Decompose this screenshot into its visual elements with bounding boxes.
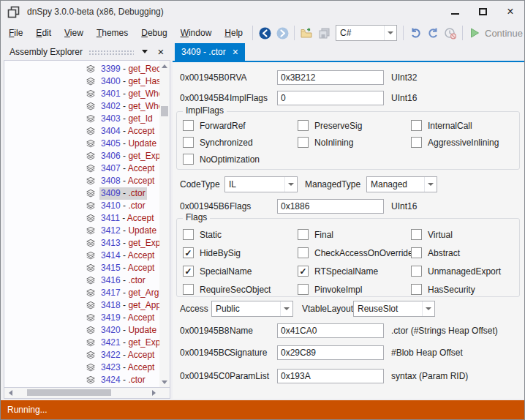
checkbox-unmanagedexport[interactable]: UnmanagedExport — [411, 266, 501, 277]
checkbox-noinlining[interactable]: NoInlining — [298, 137, 353, 148]
checkbox-requiresecobject[interactable]: RequireSecObject — [183, 284, 271, 295]
checkbox-preservesig[interactable]: PreserveSig — [298, 120, 362, 131]
checkbox-checked-icon[interactable]: ✓ — [183, 266, 194, 277]
menu-file[interactable]: File — [2, 25, 29, 41]
checkbox-unchecked-icon[interactable] — [183, 284, 194, 295]
checkbox-abstract[interactable]: Abstract — [411, 247, 460, 258]
tab-close-icon[interactable]: × — [233, 47, 238, 57]
signature-input[interactable] — [277, 345, 384, 360]
checkbox-forwardref[interactable]: ForwardRef — [183, 120, 246, 131]
tree-item-3402[interactable]: 3402 - get_Wher — [4, 100, 170, 113]
checkbox-unchecked-icon[interactable] — [298, 247, 309, 258]
access-combo[interactable]: Public — [211, 301, 293, 317]
combo-dropdown-button[interactable] — [424, 177, 437, 192]
checkbox-virtual[interactable]: Virtual — [411, 229, 453, 240]
scroll-down-button[interactable] — [159, 377, 170, 387]
tree-item-3410[interactable]: 3410 - .ctor — [4, 200, 170, 212]
checkbox-checked-icon[interactable]: ✓ — [183, 247, 194, 258]
implflags-input[interactable] — [277, 91, 384, 105]
menu-window[interactable]: Window — [174, 25, 219, 41]
checkbox-hassecurity[interactable]: HasSecurity — [411, 284, 475, 295]
continue-button[interactable]: Continue — [470, 28, 523, 39]
tree-item-3400[interactable]: 3400 - get_HasV — [4, 75, 170, 88]
checkbox-nooptimization[interactable]: NoOptimization — [183, 154, 260, 165]
open-file-button[interactable] — [298, 24, 315, 42]
tree-item-3422[interactable]: 3422 - Accept — [4, 349, 170, 361]
tree-item-3417[interactable]: 3417 - get_Argu — [4, 287, 170, 299]
checkbox-unchecked-icon[interactable] — [183, 137, 194, 148]
navigate-forward-button[interactable] — [273, 24, 291, 42]
rva-input[interactable] — [277, 70, 384, 85]
managedtype-combo[interactable]: Managed — [366, 176, 437, 192]
combo-dropdown-button[interactable] — [384, 26, 396, 40]
tree-item-3409[interactable]: 3409 - .ctor — [4, 187, 170, 200]
codetype-combo[interactable]: IL — [224, 176, 298, 192]
checkbox-unchecked-icon[interactable] — [183, 229, 194, 240]
tree-item-3418[interactable]: 3418 - get_Appl — [4, 299, 170, 312]
checkbox-checked-icon[interactable]: ✓ — [298, 266, 309, 277]
checkbox-unchecked-icon[interactable] — [411, 284, 422, 295]
checkbox-rtspecialname[interactable]: ✓RTSpecialName — [298, 266, 378, 277]
checkbox-static[interactable]: Static — [183, 229, 222, 240]
history-button[interactable] — [442, 24, 459, 42]
checkbox-unchecked-icon[interactable] — [298, 137, 309, 148]
language-combo[interactable]: C# — [336, 25, 397, 41]
checkbox-unchecked-icon[interactable] — [411, 120, 422, 131]
tree-vertical-scrollbar[interactable] — [159, 61, 170, 387]
menu-themes[interactable]: Themes — [90, 25, 135, 41]
vtablelayout-combo[interactable]: ReuseSlot — [353, 301, 435, 317]
panel-menu-button[interactable] — [140, 47, 150, 57]
combo-dropdown-button[interactable] — [280, 301, 292, 316]
checkbox-unchecked-icon[interactable] — [411, 266, 422, 277]
menu-debug[interactable]: Debug — [135, 25, 173, 41]
navigate-back-button[interactable] — [256, 24, 273, 42]
tree-item-3413[interactable]: 3413 - get_Expre — [4, 237, 170, 250]
checkbox-unchecked-icon[interactable] — [183, 154, 194, 165]
tree-item-3421[interactable]: 3421 - get_Expre — [4, 337, 170, 349]
tree-item-3411[interactable]: 3411 - Accept — [4, 212, 170, 225]
combo-dropdown-button[interactable] — [284, 177, 297, 192]
paramlist-input[interactable] — [277, 369, 384, 383]
tab-3409-ctor[interactable]: 3409 - .ctor × — [175, 43, 245, 61]
combo-dropdown-button[interactable] — [422, 301, 434, 316]
minimize-button[interactable] — [441, 1, 469, 23]
checkbox-hidebysig[interactable]: ✓HideBySig — [183, 247, 241, 258]
checkbox-synchronized[interactable]: Synchronized — [183, 137, 253, 148]
menu-help[interactable]: Help — [218, 25, 249, 41]
tree-item-3406[interactable]: 3406 - get_Expre — [4, 150, 170, 162]
scroll-up-button[interactable] — [159, 61, 170, 71]
tree-item-3419[interactable]: 3419 - Accept — [4, 312, 170, 324]
checkbox-aggressiveinlining[interactable]: AggressiveInlining — [411, 137, 499, 148]
tree-horizontal-scrollbar[interactable] — [4, 388, 170, 399]
tree-item-3408[interactable]: 3408 - Accept — [4, 175, 170, 187]
scroll-left-button[interactable] — [6, 389, 15, 397]
tree-item-3399[interactable]: 3399 - get_Rece — [4, 63, 170, 75]
tree-item-3401[interactable]: 3401 - get_Wher — [4, 88, 170, 100]
menu-view[interactable]: View — [58, 25, 90, 41]
tree-item-3420[interactable]: 3420 - Update — [4, 324, 170, 337]
tree-item-3424[interactable]: 3424 - .ctor — [4, 374, 170, 386]
checkbox-specialname[interactable]: ✓SpecialName — [183, 266, 252, 277]
maximize-button[interactable] — [469, 1, 496, 23]
tree-item-3414[interactable]: 3414 - Accept — [4, 250, 170, 262]
redo-button[interactable] — [424, 24, 442, 42]
flags-input[interactable] — [277, 199, 384, 214]
vertical-scroll-thumb[interactable] — [161, 106, 168, 116]
tree-item-3404[interactable]: 3404 - Accept — [4, 125, 170, 138]
scroll-right-button[interactable] — [149, 389, 158, 397]
checkbox-checkaccessonoverride[interactable]: CheckAccessOnOverride — [298, 247, 413, 258]
tree-item-3416[interactable]: 3416 - .ctor — [4, 274, 170, 287]
menu-edit[interactable]: Edit — [29, 25, 58, 41]
name-input[interactable] — [277, 323, 384, 338]
tree-item-3415[interactable]: 3415 - Accept — [4, 262, 170, 274]
tree-item-3423[interactable]: 3423 - Accept — [4, 361, 170, 374]
checkbox-unchecked-icon[interactable] — [411, 137, 422, 148]
checkbox-unchecked-icon[interactable] — [298, 284, 309, 295]
checkbox-unchecked-icon[interactable] — [298, 229, 309, 240]
horizontal-scroll-thumb[interactable] — [27, 389, 111, 396]
undo-button[interactable] — [407, 24, 424, 42]
panel-close-button[interactable]: × — [156, 47, 166, 57]
checkbox-pinvokeimpl[interactable]: PinvokeImpl — [298, 284, 362, 295]
assembly-explorer-header[interactable]: Assembly Explorer × — [4, 43, 170, 60]
tree-item-3405[interactable]: 3405 - Update — [4, 138, 170, 150]
